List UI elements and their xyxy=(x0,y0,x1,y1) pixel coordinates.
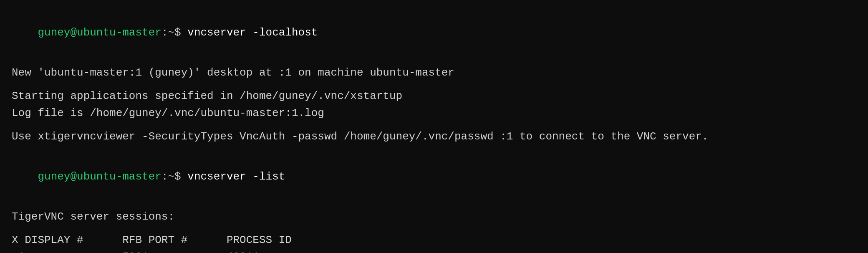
output-line-5: Log file is /home/guney/.vnc/ubuntu-mast… xyxy=(12,105,856,121)
output-line-7: Use xtigervncviewer -SecurityTypes VncAu… xyxy=(12,128,856,145)
prompt-symbol-1: :~$ xyxy=(161,26,187,39)
terminal-window: guney@ubuntu-master:~$ vncserver -localh… xyxy=(12,8,856,253)
command-line-2: guney@ubuntu-master:~$ vncserver -list xyxy=(12,151,856,202)
table-column-data: :1 5901 40011 xyxy=(12,248,856,253)
prompt-2: guney@ubuntu-master xyxy=(38,170,161,183)
output-line-2: New 'ubuntu-master:1 (guney)' desktop at… xyxy=(12,64,856,81)
prompt-symbol-2: :~$ xyxy=(161,170,187,183)
command-line-1: guney@ubuntu-master:~$ vncserver -localh… xyxy=(12,8,856,58)
output-line-4: Starting applications specified in /home… xyxy=(12,88,856,104)
prompt-1: guney@ubuntu-master xyxy=(38,26,161,39)
command-2: vncserver -list xyxy=(187,170,285,183)
table-column-header: X DISPLAY # RFB PORT # PROCESS ID xyxy=(12,232,856,248)
command-1: vncserver -localhost xyxy=(187,26,318,39)
output-tigervnc-header: TigerVNC server sessions: xyxy=(12,208,856,225)
